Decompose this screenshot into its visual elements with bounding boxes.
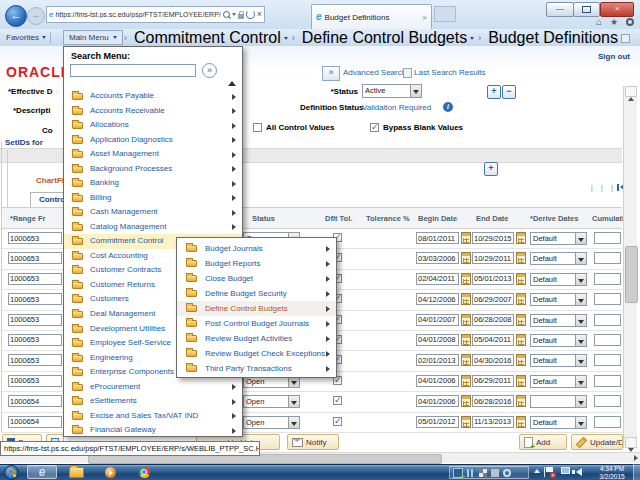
advanced-search-link[interactable]: Advanced Search [343, 68, 406, 77]
calendar-icon[interactable] [516, 314, 526, 326]
breadcrumb-item[interactable]: Budget Definitions [478, 29, 630, 47]
taskbar-clock[interactable]: 4:34 PM 3/2/2015 [592, 465, 632, 480]
end-date-input[interactable] [472, 416, 514, 428]
range-from-input[interactable] [8, 416, 62, 428]
menu-item[interactable]: Banking [64, 176, 242, 191]
tray-expand-arrow[interactable] [534, 469, 540, 473]
favorites-star-icon[interactable]: ★ [610, 17, 618, 27]
main-menu-button[interactable]: Main Menu [63, 30, 123, 45]
submenu-item[interactable]: Budget Reports [177, 256, 336, 271]
scroll-right-arrow[interactable] [634, 455, 638, 461]
update-display-button[interactable]: Update/Disp [571, 434, 623, 450]
window-restore-button[interactable] [573, 2, 600, 17]
cumulative-input[interactable] [594, 416, 621, 428]
cumulative-input[interactable] [594, 375, 621, 387]
range-from-input[interactable] [8, 293, 62, 305]
bypass-blank-values-checkbox[interactable] [370, 123, 379, 132]
taskbar-ie-button[interactable]: e [27, 465, 57, 479]
address-url[interactable]: https://fms-tst.ps.sc.edu/psp/FTST/EMPLO… [55, 11, 220, 18]
menu-item[interactable]: Background Processes [64, 162, 242, 177]
grid-link[interactable] [607, 183, 617, 192]
begin-date-input[interactable] [416, 416, 459, 428]
derive-dates-select[interactable]: Default [530, 375, 587, 388]
network-icon[interactable] [561, 467, 570, 474]
refresh-icon[interactable] [246, 10, 255, 19]
search-icon[interactable] [223, 11, 230, 18]
range-from-input[interactable] [8, 252, 62, 264]
submenu-item[interactable]: Budget Journals [177, 241, 336, 256]
range-from-input[interactable] [8, 273, 62, 285]
calendar-icon[interactable] [516, 334, 526, 346]
calendar-icon[interactable] [516, 273, 526, 285]
search-dropdown-caret-icon[interactable] [232, 13, 236, 16]
tray-checkered-icon[interactable] [479, 469, 487, 477]
taskbar-chrome-button[interactable] [129, 465, 159, 479]
cumulative-input[interactable] [594, 293, 621, 305]
address-bar[interactable]: e https://fms-tst.ps.sc.edu/psp/FTST/EMP… [46, 6, 265, 23]
range-from-input[interactable] [8, 334, 62, 346]
browser-forward-button[interactable]: → [27, 7, 45, 25]
search-go-circle-button[interactable]: » [202, 63, 217, 78]
taskbar-media-player-button[interactable] [95, 465, 125, 479]
menu-item[interactable]: Allocations [64, 118, 242, 133]
derive-dates-select[interactable]: Default [530, 273, 587, 286]
end-date-input[interactable] [472, 375, 514, 387]
all-control-values-checkbox[interactable] [253, 123, 262, 132]
menu-item[interactable]: Accounts Receivable [64, 104, 242, 119]
add-row-button[interactable]: + [487, 85, 501, 99]
status-select[interactable]: Open [243, 395, 300, 408]
begin-date-input[interactable] [416, 395, 459, 407]
menu-scroll-up-icon[interactable] [228, 81, 236, 86]
menu-item[interactable]: Accounts Payable [64, 89, 242, 104]
scroll-up-arrow[interactable] [625, 86, 637, 97]
end-date-input[interactable] [472, 232, 514, 244]
end-date-input[interactable] [472, 314, 514, 326]
range-from-input[interactable] [8, 354, 62, 366]
grid-link[interactable] [587, 183, 597, 192]
calendar-icon[interactable] [516, 232, 526, 244]
home-icon[interactable]: ⌂ [596, 17, 602, 27]
volume-icon[interactable] [576, 468, 582, 476]
calendar-icon[interactable] [516, 293, 526, 305]
vertical-scrollbar[interactable] [623, 86, 637, 448]
menu-item[interactable]: Cash Management [64, 205, 242, 220]
end-date-input[interactable] [472, 273, 514, 285]
scroll-down-arrow[interactable] [625, 437, 637, 448]
dflt-tol-checkbox[interactable] [333, 396, 342, 405]
status-select[interactable]: Active [362, 84, 422, 98]
calendar-icon[interactable] [461, 375, 471, 387]
sign-out-link[interactable]: Sign out [590, 52, 630, 61]
scrollbar-thumb[interactable] [625, 246, 638, 303]
start-button[interactable] [4, 465, 19, 480]
search-go-button[interactable]: » [322, 66, 340, 81]
derive-dates-select[interactable]: Default [530, 252, 587, 265]
calendar-icon[interactable] [461, 293, 471, 305]
last-search-results-link[interactable]: Last Search Results [414, 68, 486, 77]
stop-icon[interactable]: × [257, 10, 262, 19]
tray-target-icon[interactable] [503, 469, 511, 477]
cumulative-input[interactable] [594, 232, 621, 244]
calendar-icon[interactable] [516, 375, 526, 387]
cumulative-input[interactable] [594, 273, 621, 285]
taskbar-explorer-button[interactable] [61, 465, 91, 479]
browser-tab[interactable]: e Budget Definitions × [311, 4, 432, 29]
menu-item[interactable]: eProcurement [64, 380, 242, 395]
derive-dates-select[interactable]: Default [530, 314, 587, 327]
tray-monitor-plus-icon[interactable] [453, 468, 463, 478]
menu-item[interactable]: eSettlements [64, 394, 242, 409]
end-date-input[interactable] [472, 354, 514, 366]
submenu-item[interactable]: Third Party Transactions [177, 361, 336, 376]
calendar-icon[interactable] [461, 354, 471, 366]
menu-item[interactable]: Billing [64, 191, 242, 206]
calendar-icon[interactable] [461, 252, 471, 264]
window-close-button[interactable]: × [600, 2, 634, 17]
insert-row-button[interactable]: + [484, 162, 498, 176]
cumulative-input[interactable] [594, 395, 621, 407]
calendar-icon[interactable] [461, 334, 471, 346]
submenu-item[interactable]: Review Budget Check Exceptions [177, 346, 336, 361]
range-from-input[interactable] [8, 375, 62, 387]
calendar-icon[interactable] [461, 416, 471, 428]
begin-date-input[interactable] [416, 314, 459, 326]
range-from-input[interactable] [8, 314, 62, 326]
cumulative-input[interactable] [594, 252, 621, 264]
